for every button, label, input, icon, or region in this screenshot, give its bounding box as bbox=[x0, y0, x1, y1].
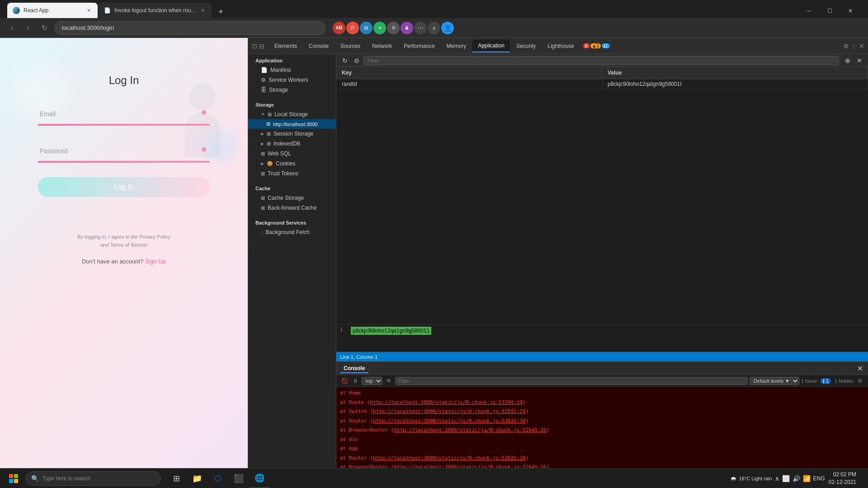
router-link-2[interactable]: http://localhost:3000/static/js/0.chunk.… bbox=[373, 455, 526, 461]
session-expand-icon: ▶ bbox=[261, 131, 264, 136]
ext-btn-6[interactable]: ♟ bbox=[401, 22, 413, 34]
password-input[interactable] bbox=[38, 142, 210, 162]
tab-lighthouse[interactable]: Lighthouse bbox=[542, 40, 580, 52]
cancel-filter-button[interactable]: ⊗ bbox=[843, 56, 853, 66]
console-text-5: at BrowserRouter (http://localhost:3000/… bbox=[340, 427, 550, 433]
sidebar-cookies[interactable]: ▶ 🍪 Cookies bbox=[248, 159, 336, 169]
clear-console-btn[interactable]: 🚫 bbox=[340, 376, 349, 385]
context-selector[interactable]: top bbox=[362, 377, 382, 385]
websql-icon: ⊞ bbox=[261, 151, 265, 157]
tab-network[interactable]: Network bbox=[367, 40, 397, 52]
wifi-icon[interactable]: 📶 bbox=[803, 475, 811, 482]
sidebar-session-storage[interactable]: ▶ ⊞ Session Storage bbox=[248, 129, 336, 139]
new-tab-button[interactable]: + bbox=[214, 5, 227, 18]
taskbar-icons: ⊞ 📁 ⬡ ⬛ 🌐 bbox=[166, 469, 269, 488]
file-explorer-btn[interactable]: 📁 bbox=[187, 469, 207, 488]
devtools-undock-icon[interactable]: ⊟ bbox=[259, 42, 264, 50]
email-input[interactable] bbox=[38, 105, 210, 125]
console-close-button[interactable]: ✕ bbox=[855, 364, 864, 373]
sidebar-service-workers[interactable]: ⚙ Service Workers bbox=[248, 75, 336, 85]
console-tab-label[interactable]: Console bbox=[340, 364, 368, 373]
profile-btn[interactable]: 👤 bbox=[441, 22, 454, 34]
sidebar-back-forward-cache[interactable]: ⊞ Back-forward Cache bbox=[248, 203, 336, 213]
storage-table: Key Value randid p8ckjc90loho12qaIgn9g58… bbox=[336, 67, 868, 89]
refresh-button[interactable]: ↻ bbox=[340, 56, 350, 66]
sidebar-background-fetch[interactable]: ↕ Background Fetch bbox=[248, 227, 336, 237]
route-link[interactable]: http://localhost:3000/static/js/0.chunk.… bbox=[370, 399, 523, 405]
tab-invoke-logout[interactable]: 📄 Invoke logout function when rou... ✕ bbox=[99, 3, 212, 18]
levels-selector[interactable]: Default levels ▼ bbox=[750, 377, 799, 385]
speaker-icon[interactable]: 🔊 bbox=[793, 475, 800, 482]
maximize-button[interactable]: ☐ bbox=[819, 4, 840, 18]
storage-filter-input[interactable] bbox=[363, 56, 839, 65]
tab-sources[interactable]: Sources bbox=[335, 40, 366, 52]
ext-btn-3[interactable]: M bbox=[360, 22, 373, 34]
sidebar-indexed-db[interactable]: ▶ ⊞ IndexedDB bbox=[248, 139, 336, 149]
ext-btn-4[interactable]: ✦ bbox=[373, 22, 386, 34]
show-desktop-btn[interactable] bbox=[860, 469, 864, 488]
service-workers-label: Service Workers bbox=[269, 77, 308, 83]
console-settings-btn[interactable]: ⚙ bbox=[855, 376, 864, 385]
svg-rect-3 bbox=[14, 479, 18, 483]
ext-btn-5[interactable]: ⊘ bbox=[387, 22, 400, 34]
browser-router-link-1[interactable]: http://localhost:3000/static/js/0.chunk.… bbox=[394, 427, 547, 433]
forward-button[interactable]: › bbox=[22, 22, 34, 34]
signup-link[interactable]: Sign Up bbox=[145, 258, 166, 265]
devtools-settings-icon[interactable]: ⚙ bbox=[843, 42, 849, 50]
close-button[interactable]: ✕ bbox=[840, 4, 861, 18]
start-button[interactable] bbox=[4, 469, 24, 488]
tab-invoke-logout-close[interactable]: ✕ bbox=[199, 7, 206, 14]
chevron-up-icon[interactable]: ∧ bbox=[775, 475, 779, 482]
login-button[interactable]: Log In bbox=[38, 177, 210, 197]
terms-text: By logging in, I agree to the Privacy Po… bbox=[77, 233, 170, 249]
devtools-more-icon[interactable]: ⋮ bbox=[851, 42, 857, 50]
application-section-title: Application bbox=[248, 54, 336, 65]
task-view-btn[interactable]: ⊞ bbox=[166, 469, 186, 488]
table-row[interactable]: randid p8ckjc90loho12qaIgn9g58001I bbox=[336, 79, 868, 89]
tab-security[interactable]: Security bbox=[511, 40, 541, 52]
console-error-line-6: at div bbox=[336, 435, 868, 445]
sidebar-web-sql[interactable]: ⊞ Web SQL bbox=[248, 149, 336, 159]
address-input[interactable]: localhost:3000/login bbox=[54, 21, 326, 35]
sidebar-storage[interactable]: 🗄 Storage bbox=[248, 85, 336, 95]
tab-react-app[interactable]: React App ✕ bbox=[7, 3, 98, 18]
back-button[interactable]: ‹ bbox=[5, 22, 18, 34]
sidebar-local-storage-localhost[interactable]: ⊞ http://localhost:3000 bbox=[248, 119, 336, 129]
pause-btn[interactable]: ⏸ bbox=[351, 376, 360, 385]
bg-expand-icon: ↕ bbox=[261, 230, 263, 235]
taskbar-search-bar[interactable]: 🔍 Type here to search bbox=[25, 471, 161, 486]
reload-button[interactable]: ↻ bbox=[38, 22, 51, 34]
ext-btn-2[interactable]: P bbox=[346, 22, 359, 34]
chrome-btn[interactable]: 🌐 bbox=[250, 469, 269, 488]
router-link-1[interactable]: http://localhost:3000/static/js/0.chunk.… bbox=[373, 418, 526, 424]
terminal-btn[interactable]: ⬛ bbox=[229, 469, 249, 488]
tab-performance[interactable]: Performance bbox=[398, 40, 440, 52]
sidebar-trust-tokens[interactable]: ⊞ Trust Tokens bbox=[248, 169, 336, 178]
eye-btn[interactable]: 👁 bbox=[384, 376, 393, 385]
switch-link[interactable]: http://localhost:3000/static/js/0.chunk.… bbox=[373, 408, 526, 414]
console-toolbar: 🚫 ⏸ top 👁 Default levels ▼ 1 Issue: bbox=[336, 375, 868, 387]
tab-memory[interactable]: Memory bbox=[441, 40, 472, 52]
minimize-button[interactable]: ─ bbox=[798, 4, 819, 18]
ext-btn-1[interactable]: AB bbox=[333, 22, 345, 34]
tab-elements[interactable]: Elements bbox=[269, 40, 302, 52]
tab-console[interactable]: Console bbox=[303, 40, 334, 52]
sidebar-manifest[interactable]: 📄 Manifest bbox=[248, 65, 336, 75]
info-count-badge: ℹ1 bbox=[602, 43, 610, 48]
tab-application[interactable]: Application bbox=[472, 40, 510, 52]
password-required-dot bbox=[202, 147, 206, 152]
close-panel-button[interactable]: ✕ bbox=[854, 56, 864, 66]
devtools-close-icon[interactable]: ✕ bbox=[859, 42, 864, 50]
clear-button[interactable]: ⊘ bbox=[352, 56, 362, 66]
sidebar-cache-storage[interactable]: ⊞ Cache Storage bbox=[248, 193, 336, 203]
ext-btn-7[interactable]: ⋯ bbox=[414, 22, 427, 34]
sidebar-local-storage[interactable]: ▼ ⊞ Local Storage bbox=[248, 109, 336, 119]
local-storage-label: Local Storage bbox=[274, 111, 308, 117]
ext-btn-update[interactable]: ≡ bbox=[428, 22, 440, 34]
devtools-dock-icon[interactable]: ⊡ bbox=[252, 42, 257, 50]
multi-desktop-icon[interactable]: ⬜ bbox=[782, 475, 790, 482]
console-filter-input[interactable] bbox=[395, 377, 748, 385]
vs-code-btn[interactable]: ⬡ bbox=[208, 469, 228, 488]
tab-react-app-close[interactable]: ✕ bbox=[85, 7, 92, 14]
cache-storage-label: Cache Storage bbox=[268, 195, 304, 201]
